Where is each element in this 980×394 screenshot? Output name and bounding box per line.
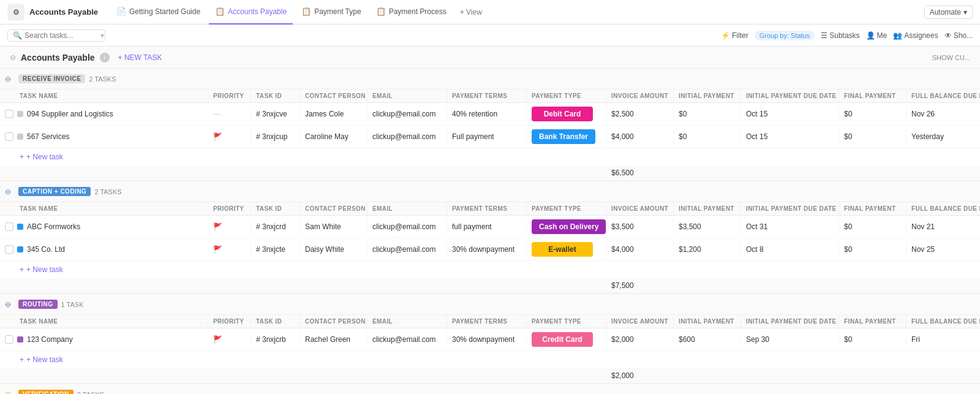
show-button[interactable]: 👁 Sho... [944,31,973,40]
nav-right: Automate ▾ [924,6,973,19]
invoice-amount-cell: $2,500 [606,106,674,122]
add-view-button[interactable]: + View [455,8,487,17]
tab-getting-started[interactable]: 📄 Getting Started Guide [110,0,206,25]
task-checkbox[interactable] [5,245,13,254]
col-final-payment: Final Payment [839,89,907,102]
section-badge-receive-invoice[interactable]: RECEIVE INVOICE [18,74,85,83]
subtasks-button[interactable]: ☰ Subtasks [821,31,859,40]
task-id-cell: # 3nxjcte [251,241,300,257]
col-payment-type: Payment Type [527,202,606,215]
task-name[interactable]: ABC Formworks [27,222,80,231]
final-payment-cell: $0 [839,129,907,145]
col-full-balance-due: Full Balance Due Date [907,315,980,328]
section-toggle[interactable]: ⊖ [5,390,15,395]
section-count-verification: 2 TASKS [77,391,104,395]
search-icon: 🔍 [13,31,22,40]
section-badge-verification[interactable]: VERIFICATION [18,390,74,394]
task-id-cell: # 3nxjcve [251,106,300,122]
toolbar: 🔍 ▾ ⚡ Filter Group by: Status ☰ Subtasks… [0,25,980,47]
col-payment-terms: Payment Terms [447,315,527,328]
task-checkbox[interactable] [5,335,13,344]
section-badge-caption-coding[interactable]: CAPTION + CODING [18,187,91,196]
col-priority: Priority [208,315,251,328]
automate-button[interactable]: Automate ▾ [924,6,973,19]
full-balance-due-cell: Yesterday [907,129,980,145]
search-box[interactable]: 🔍 ▾ [7,29,105,42]
app-name: Accounts Payable [29,7,98,17]
col-invoice-amount: Invoice Amount [606,202,674,215]
col-email: Email [368,202,447,215]
email-cell: clickup@email.com [368,129,447,145]
section-badge-routing[interactable]: ROUTING [18,300,58,309]
initial-payment-cell: $0 [674,129,741,145]
final-payment-cell: $0 [839,106,907,122]
new-task-row-1[interactable]: + + New task [0,148,980,165]
task-name[interactable]: 094 Supplier and Logistics [27,110,113,118]
new-task-row-3[interactable]: + + New task [0,351,980,368]
new-task-button[interactable]: + NEW TASK [115,52,166,63]
person-icon: 👤 [866,31,875,40]
show-cu-button[interactable]: SHOW CU... [932,54,970,61]
initial-payment-cell: $1,200 [674,241,741,257]
task-id-cell: # 3nxjcrd [251,219,300,235]
group-by-button[interactable]: Group by: Status [755,31,815,40]
section-count-receive-invoice: 2 TASKS [89,75,116,83]
page-header: ⊖ Accounts Payable i + NEW TASK SHOW CU.… [0,47,980,69]
main-table: ⊖ RECEIVE INVOICE 2 TASKS Task Name Prio… [0,69,980,394]
tab-payment-process[interactable]: 📋 Payment Process [370,0,453,25]
payment-type-badge[interactable]: Debit Card [532,107,593,121]
tab-accounts-payable[interactable]: 📋 Accounts Payable [209,0,293,25]
col-initial-payment: Initial Payment [674,202,741,215]
assignees-button[interactable]: 👥 Assignees [893,31,938,40]
section-toggle[interactable]: ⊖ [5,300,15,309]
task-name-cell: 345 Co. Ltd [0,241,208,257]
task-checkbox[interactable] [5,132,13,141]
task-id-cell: # 3nxjcrb [251,331,300,347]
full-balance-due-cell: Nov 25 [907,241,980,257]
task-name[interactable]: 345 Co. Ltd [27,245,65,254]
new-task-row-2[interactable]: + + New task [0,261,980,278]
info-icon[interactable]: i [100,53,110,63]
filter-button[interactable]: ⚡ Filter [721,31,748,40]
task-checkbox[interactable] [5,222,13,231]
task-name[interactable]: 567 Services [27,132,69,141]
invoice-amount-cell: $3,500 [606,219,674,235]
automate-label: Automate [930,8,961,17]
col-payment-terms: Payment Terms [447,89,527,102]
gear-icon: ⚙ [13,8,20,17]
task-dot [17,111,23,117]
section-verification: ⊖ VERIFICATION 2 TASKS Task Name Priorit… [0,384,980,394]
payment-type-badge[interactable]: Cash on Delivery [532,219,606,234]
task-dot [17,336,23,343]
col-final-payment: Final Payment [839,315,907,328]
task-dot [17,224,23,230]
me-button[interactable]: 👤 Me [866,31,888,40]
collapse-toggle[interactable]: ⊖ [10,53,16,62]
invoice-amount-cell: $4,000 [606,241,674,257]
task-checkbox[interactable] [5,110,13,118]
col-email: Email [368,89,447,102]
task-dot [17,134,23,140]
tab-payment-process-label: Payment Process [389,7,447,16]
payment-terms-cell: 40% retention [447,106,527,122]
table-row: 567 Services 🚩 # 3nxjcup Caroline May cl… [0,126,980,148]
section-toggle[interactable]: ⊖ [5,188,15,196]
assignees-icon: 👥 [893,31,902,40]
payment-type-badge[interactable]: Bank Transfer [532,129,595,144]
plus-icon: + [20,355,24,364]
doc-icon: 📄 [116,7,126,16]
col-contact: Contact Person [300,89,368,102]
payment-terms-cell: 30% downpayment [447,331,527,347]
task-name[interactable]: 123 Company [27,335,73,344]
task-id-cell: # 3nxjcup [251,129,300,145]
new-task-label: + New task [26,355,63,364]
filter-label: Filter [732,31,748,40]
app-logo: ⚙ [7,4,24,21]
plus-icon: + [20,153,24,161]
col-payment-type: Payment Type [527,89,606,102]
search-input[interactable] [24,31,98,40]
tab-payment-type[interactable]: 📋 Payment Type [295,0,368,25]
payment-type-badge[interactable]: Credit Card [532,332,593,347]
payment-type-badge[interactable]: E-wallet [532,242,593,257]
section-toggle[interactable]: ⊖ [5,75,15,83]
